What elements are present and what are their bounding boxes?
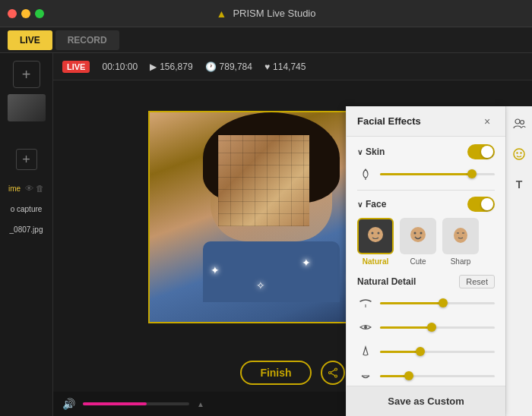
scene-thumbnail[interactable] [8,94,46,121]
svg-line-4 [331,373,334,376]
nose-slider-row [357,343,495,360]
skin-slider-thumb[interactable] [467,169,477,178]
viewers-count: ▶ 156,879 [150,61,192,72]
natural-detail-label: Natural Detail [357,276,416,287]
face-styles: Natural Cute [357,218,495,266]
finish-share-group: Finish [240,361,344,385]
clock-icon: 🕐 [205,61,217,72]
face-label-natural: Natural [363,257,388,266]
timer-display: 00:10:00 [102,61,138,72]
people-icon-button[interactable] [509,114,529,134]
skin-label-text: Skin [366,147,385,157]
svg-point-16 [364,326,367,329]
skin-section-header: ∨ Skin [357,144,495,159]
eye-slider[interactable] [380,326,495,329]
prism-logo-icon: ▲ [217,8,227,20]
face-toggle[interactable] [467,197,495,212]
svg-point-2 [334,375,337,377]
add-scene-button[interactable]: + [13,61,40,88]
nose-fill [380,351,420,353]
sparkle-effect-3: ✦ [302,257,311,269]
divider-1 [357,190,495,191]
face-thumb-sharp [442,218,479,254]
face-section-header: ∨ Face [357,197,495,212]
timer-value: 00:10:00 [102,61,138,72]
skin-slider-track[interactable] [380,173,495,175]
face-toggle-knob [481,198,493,210]
source-item-2[interactable]: o capture [11,202,43,216]
mouth-slider-row [357,367,495,384]
scene-thumb-preview [8,94,46,121]
source-item-3[interactable]: _0807.jpg [10,222,43,237]
share-button[interactable] [321,361,345,385]
main-area: + + ime 👁 🗑 o capture _0807.jpg LIVE 00:… [0,53,532,416]
mouth-slider[interactable] [380,375,495,377]
natural-face-icon [363,224,388,248]
nose-slider[interactable] [380,351,495,353]
face-option-sharp[interactable]: Sharp [442,218,479,266]
skin-toggle[interactable] [467,144,495,159]
sparkle-effect-2: ✧ [256,279,265,292]
skin-slider-icon [357,165,374,182]
svg-point-11 [420,232,423,235]
panel-header: Facial Effects × [347,106,505,137]
close-window-btn[interactable] [8,9,17,18]
svg-point-8 [378,232,380,235]
eyebrow-thumb[interactable] [439,298,448,307]
save-custom-button[interactable]: Save as Custom [347,386,505,416]
face-option-cute[interactable]: Cute [400,218,436,266]
volume-fill [83,402,147,405]
eyebrow-fill [380,302,443,304]
effects-icon-button[interactable] [509,144,529,164]
mouth-icon [357,367,374,384]
face-thumb-natural [357,218,394,254]
panel-title: Facial Effects [357,115,421,127]
svg-point-20 [514,149,524,159]
eye-fill [380,326,432,329]
eyebrow-slider[interactable] [380,302,495,304]
skin-slider-row [357,165,495,182]
likes-value: 114,745 [273,61,306,72]
hearts-count: 🕐 789,784 [205,61,252,72]
svg-point-6 [368,227,383,242]
finish-button[interactable]: Finish [240,361,311,385]
source-item-1[interactable]: ime 👁 🗑 [8,181,44,196]
natural-detail-header: Natural Detail Reset [357,275,495,288]
reset-button[interactable]: Reset [459,275,495,288]
tab-bar: LIVE RECORD [0,27,532,53]
text-icon: T [516,178,523,191]
window-controls[interactable] [8,9,44,18]
face-section-label: ∨ Face [357,199,386,210]
nose-thumb[interactable] [416,347,425,356]
sharp-face-icon [448,224,473,248]
svg-point-9 [410,227,426,242]
svg-point-7 [372,232,374,235]
eye-thumb[interactable] [427,323,436,332]
panel-close-button[interactable]: × [480,114,495,129]
face-label-text: Face [366,199,386,210]
tab-record[interactable]: RECORD [55,30,119,50]
live-badge: LIVE [62,61,90,73]
face-chevron-icon: ∨ [357,200,363,209]
face-option-natural[interactable]: Natural [357,218,394,266]
minimize-window-btn[interactable] [21,9,30,18]
eyebrow-slider-row [357,295,495,311]
effects-icon [512,147,526,161]
skin-section-label: ∨ Skin [357,147,385,157]
cute-face-icon [406,224,430,248]
share-icon [328,367,338,378]
mouth-thumb[interactable] [404,371,413,380]
status-bar: LIVE 00:10:00 ▶ 156,879 🕐 789,784 ♥ 114,… [53,53,532,80]
maximize-window-btn[interactable] [35,9,44,18]
face-label-cute: Cute [410,257,426,266]
svg-point-21 [516,152,518,153]
skin-slider-fill [380,173,472,175]
text-icon-button[interactable]: T [509,175,529,194]
face-thumb-cute [400,218,436,254]
add-source-button[interactable]: + [16,149,37,170]
volume-slider[interactable] [83,402,189,405]
source-name-3: _0807.jpg [10,225,43,234]
tab-live[interactable]: LIVE [8,30,52,50]
app-title-text: PRISM Live Studio [233,8,315,19]
svg-point-0 [334,368,337,370]
